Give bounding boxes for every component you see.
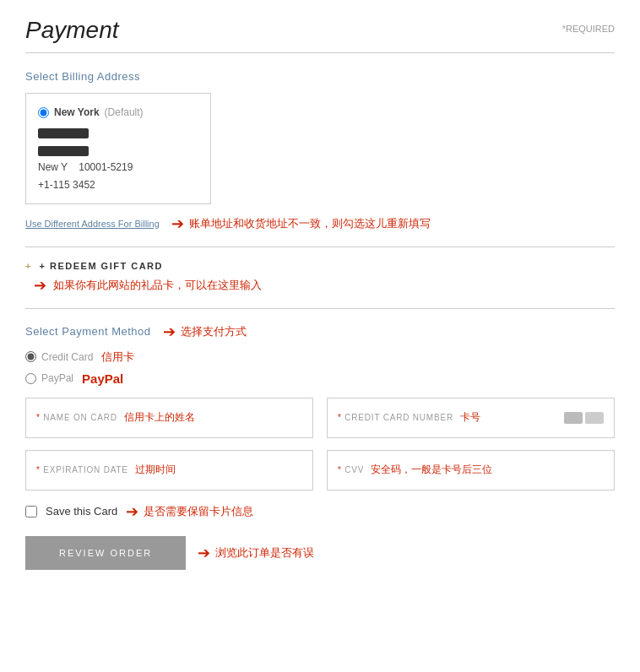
page-title: Payment xyxy=(25,17,119,44)
paypal-option[interactable]: PayPal PayPal xyxy=(25,371,615,386)
billing-city-zip: New Y 10001-5219 xyxy=(38,159,198,176)
required-label: *REQUIRED xyxy=(562,24,615,34)
cvv-required-star: * xyxy=(338,465,342,474)
review-order-arrow-icon: ➔ xyxy=(198,544,210,562)
divider-1 xyxy=(25,247,615,247)
credit-card-label: Credit Card xyxy=(41,351,93,363)
cvv-label: * CVV xyxy=(338,465,364,474)
card-chip-1 xyxy=(564,412,583,424)
paypal-annotation: PayPal xyxy=(82,371,123,386)
name-on-card-field[interactable]: * NAME ON CARD 信用卡上的姓名 xyxy=(25,398,313,438)
form-fields-row-1: * NAME ON CARD 信用卡上的姓名 * CREDIT CARD NUM… xyxy=(25,398,615,438)
review-order-annotation-row: ➔ 浏览此订单是否有误 xyxy=(198,544,314,562)
save-card-label: Save this Card xyxy=(46,505,117,518)
credit-card-number-annotation: 卡号 xyxy=(460,410,480,425)
cvv-annotation: 安全码，一般是卡号后三位 xyxy=(371,463,492,477)
page-header: Payment *REQUIRED xyxy=(25,17,615,53)
review-order-row: REVIEW ORDER ➔ 浏览此订单是否有误 xyxy=(25,536,615,570)
cc-required-star: * xyxy=(338,413,342,422)
name-on-card-label: * NAME ON CARD xyxy=(36,413,117,422)
payment-method-annotation: 选择支付方式 xyxy=(181,324,247,339)
credit-card-number-field[interactable]: * CREDIT CARD NUMBER 卡号 xyxy=(327,398,615,438)
paypal-radio[interactable] xyxy=(25,373,36,384)
payment-method-arrow-icon: ➔ xyxy=(163,322,176,341)
payment-method-title-row: Select Payment Method ➔ 选择支付方式 xyxy=(25,322,615,341)
save-card-row: Save this Card ➔ 是否需要保留卡片信息 xyxy=(25,502,615,521)
card-chip-2 xyxy=(585,412,604,424)
billing-default-label: (Default) xyxy=(105,104,144,121)
use-different-link[interactable]: Use Different Address For Billing xyxy=(25,219,160,229)
paypal-label: PayPal xyxy=(41,372,73,384)
credit-card-option[interactable]: Credit Card 信用卡 xyxy=(25,350,615,365)
arrow-icon: ➔ xyxy=(171,214,184,233)
billing-phone: +1-115 3452 xyxy=(38,176,198,193)
gift-card-arrow-icon: ➔ xyxy=(34,276,46,295)
name-on-card-annotation: 信用卡上的姓名 xyxy=(124,410,195,425)
save-card-annotation: 是否需要保留卡片信息 xyxy=(144,504,253,519)
expiration-date-label: * EXPIRATION DATE xyxy=(36,465,128,474)
billing-city: New York xyxy=(54,104,100,121)
cvv-field[interactable]: * CVV 安全码，一般是卡号后三位 xyxy=(327,450,615,490)
divider-2 xyxy=(25,308,615,309)
credit-card-radio[interactable] xyxy=(25,351,36,362)
billing-line1 xyxy=(38,124,198,141)
credit-card-number-label: * CREDIT CARD NUMBER xyxy=(338,413,453,422)
billing-address-radio-row: New York (Default) xyxy=(38,104,198,121)
exp-required-star: * xyxy=(36,465,41,474)
expiration-date-annotation: 过期时间 xyxy=(135,463,176,477)
gift-card-plus-icon: + xyxy=(25,261,32,271)
form-fields-row-2: * EXPIRATION DATE 过期时间 * CVV 安全码，一般是卡号后三… xyxy=(25,450,615,490)
save-card-annotation-row: ➔ 是否需要保留卡片信息 xyxy=(126,502,253,521)
billing-address-radio[interactable] xyxy=(38,107,49,118)
billing-address-box[interactable]: New York (Default) New Y 10001-5219 +1-1… xyxy=(25,93,211,204)
payment-method-section: Select Payment Method ➔ 选择支付方式 Credit Ca… xyxy=(25,322,615,386)
review-order-annotation: 浏览此订单是否有误 xyxy=(215,545,314,561)
review-order-button[interactable]: REVIEW ORDER xyxy=(25,536,186,570)
credit-card-annotation: 信用卡 xyxy=(101,350,134,365)
gift-card-title[interactable]: + + REDEEM GIFT CARD xyxy=(25,261,615,271)
name-required-star: * xyxy=(36,413,41,422)
payment-method-arrow-row: ➔ 选择支付方式 xyxy=(163,322,247,341)
billing-address-section: Select Billing Address New York (Default… xyxy=(25,70,615,233)
billing-section-title: Select Billing Address xyxy=(25,70,615,83)
billing-line2 xyxy=(38,142,198,159)
use-different-annotation: 账单地址和收货地址不一致，则勾选这儿重新填写 xyxy=(189,216,431,231)
card-icon xyxy=(564,412,604,424)
save-card-arrow-icon: ➔ xyxy=(126,502,138,521)
use-different-row: Use Different Address For Billing ➔ 账单地址… xyxy=(25,214,615,233)
expiration-date-field[interactable]: * EXPIRATION DATE 过期时间 xyxy=(25,450,313,490)
save-card-checkbox[interactable] xyxy=(25,506,37,518)
gift-card-section: + + REDEEM GIFT CARD ➔ 如果你有此网站的礼品卡，可以在这里… xyxy=(25,261,615,295)
gift-card-annotation: 如果你有此网站的礼品卡，可以在这里输入 xyxy=(53,278,262,293)
gift-card-title-text: + REDEEM GIFT CARD xyxy=(40,261,163,271)
gift-card-annotation-row: ➔ 如果你有此网站的礼品卡，可以在这里输入 xyxy=(34,276,615,295)
payment-method-title: Select Payment Method xyxy=(25,325,151,338)
use-different-annotation-arrow: ➔ 账单地址和收货地址不一致，则勾选这儿重新填写 xyxy=(171,214,431,233)
